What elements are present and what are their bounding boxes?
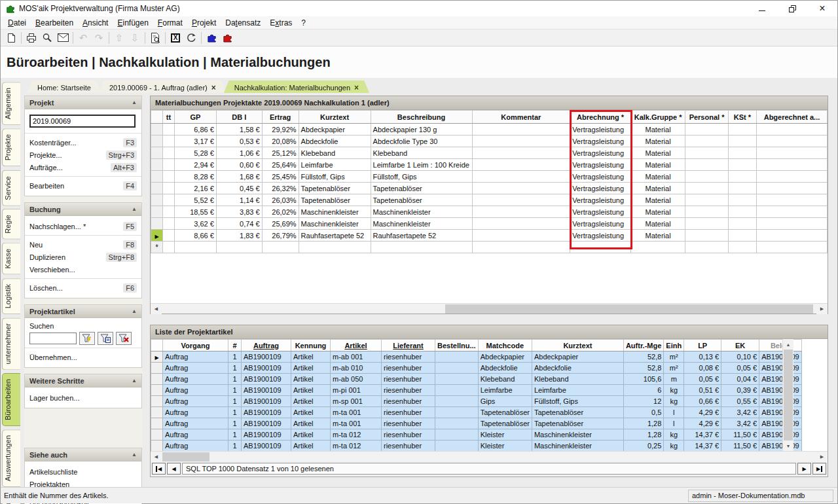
cell[interactable]: 20,08% bbox=[262, 135, 299, 147]
cell[interactable]: AB1900109 bbox=[759, 418, 802, 429]
cell[interactable]: Material bbox=[631, 171, 685, 183]
cell[interactable]: Füllstoff, Gips bbox=[532, 396, 623, 407]
row-selector[interactable] bbox=[151, 441, 163, 452]
cell[interactable]: 1 bbox=[228, 407, 242, 418]
row-selector[interactable] bbox=[151, 363, 163, 374]
cell[interactable]: Artikel bbox=[291, 363, 331, 374]
column-header[interactable]: Vorgang bbox=[163, 340, 228, 351]
cell[interactable]: Rauhfasertapete 52 bbox=[371, 230, 472, 242]
cell[interactable]: AB1900109 bbox=[759, 441, 802, 452]
menu-item[interactable]: Format bbox=[153, 17, 187, 29]
link-neu[interactable]: NeuF8 bbox=[25, 238, 141, 251]
cell[interactable] bbox=[435, 396, 479, 407]
row-selector[interactable] bbox=[151, 159, 163, 171]
menu-item[interactable]: Projekt bbox=[187, 17, 221, 29]
column-header[interactable]: LP bbox=[684, 340, 721, 351]
cell[interactable] bbox=[729, 230, 757, 242]
cell[interactable]: Vertragsleistung bbox=[570, 147, 631, 159]
sidebar-tab-büroarbeiten[interactable]: Büroarbeiten bbox=[2, 373, 20, 426]
row-selector[interactable] bbox=[151, 218, 163, 230]
column-header[interactable]: EK bbox=[721, 340, 759, 351]
cell[interactable]: riesenhuber bbox=[382, 396, 435, 407]
cell[interactable] bbox=[685, 159, 729, 171]
cell[interactable]: 1,14 € bbox=[216, 194, 262, 206]
cell[interactable]: Leimfarbe bbox=[299, 159, 371, 171]
row-selector[interactable] bbox=[151, 135, 163, 147]
cell[interactable]: Abdeckpapier bbox=[478, 351, 532, 363]
move-up-icon[interactable]: ⇧ bbox=[111, 31, 127, 45]
cell[interactable] bbox=[756, 206, 827, 218]
cell[interactable]: 26,02% bbox=[262, 206, 299, 218]
cell[interactable] bbox=[472, 135, 570, 147]
cell[interactable] bbox=[472, 242, 570, 253]
cell[interactable]: 6 bbox=[623, 385, 663, 396]
cell[interactable]: kg bbox=[664, 385, 684, 396]
link-projekte[interactable]: Projekte...Strg+F3 bbox=[25, 149, 141, 161]
bottom-grid-hscrollbar[interactable]: ◀ ▶ bbox=[151, 451, 828, 461]
cell[interactable]: AB1900109 bbox=[759, 351, 802, 363]
cell[interactable]: riesenhuber bbox=[382, 441, 435, 452]
cell[interactable]: Tapetenablöser bbox=[371, 183, 472, 194]
cell[interactable] bbox=[756, 242, 827, 253]
cell[interactable]: Vertragsleistung bbox=[570, 171, 631, 183]
projekt-number-input[interactable] bbox=[29, 115, 136, 128]
column-header[interactable]: Einh bbox=[664, 340, 684, 351]
cell[interactable] bbox=[756, 194, 827, 206]
cell[interactable]: 5,28 € bbox=[174, 147, 216, 159]
cell[interactable] bbox=[216, 242, 262, 253]
row-selector[interactable] bbox=[151, 124, 163, 135]
cell[interactable]: riesenhuber bbox=[382, 429, 435, 441]
collapse-icon[interactable]: ▲ bbox=[132, 308, 137, 314]
cell[interactable]: AB1900109 bbox=[242, 385, 291, 396]
tab-close-icon[interactable]: × bbox=[354, 84, 359, 92]
cell[interactable]: Vertragsleistung bbox=[570, 194, 631, 206]
row-selector-header[interactable] bbox=[151, 340, 163, 351]
cell[interactable]: Leimfarbe bbox=[532, 385, 623, 396]
collapse-icon[interactable]: ▲ bbox=[132, 452, 137, 458]
cell[interactable] bbox=[756, 135, 827, 147]
hscroll-thumb[interactable] bbox=[445, 304, 813, 314]
cell[interactable]: riesenhuber bbox=[382, 385, 435, 396]
cell[interactable]: 26,32% bbox=[262, 183, 299, 194]
cell[interactable]: 6,86 € bbox=[174, 124, 216, 135]
cell[interactable]: 1,06 € bbox=[216, 147, 262, 159]
cell[interactable]: Rauhfasertapete 52 bbox=[299, 230, 371, 242]
cell[interactable]: Artikel bbox=[291, 385, 331, 396]
row-selector[interactable] bbox=[151, 183, 163, 194]
cell[interactable]: Tapetenablöser bbox=[299, 194, 371, 206]
cell[interactable]: 3,83 € bbox=[216, 206, 262, 218]
cell[interactable]: Abdeckpapier bbox=[299, 124, 371, 135]
cell[interactable]: AB1900109 bbox=[242, 396, 291, 407]
sidebar-tab-unternehmer[interactable]: unternehmer bbox=[2, 317, 20, 370]
cell[interactable]: 11,50 € bbox=[721, 429, 759, 441]
row-selector[interactable] bbox=[151, 385, 163, 396]
cell[interactable]: AB1900109 bbox=[242, 374, 291, 385]
cell[interactable] bbox=[756, 124, 827, 135]
cell[interactable]: Tapetenablöser bbox=[478, 418, 532, 429]
cell[interactable]: Leimfarbe 1 Leim : 100 Kreide bbox=[371, 159, 472, 171]
cell[interactable]: riesenhuber bbox=[382, 363, 435, 374]
sidebar-tab-regie[interactable]: Regie bbox=[2, 209, 20, 240]
cell[interactable] bbox=[756, 230, 827, 242]
cell[interactable] bbox=[162, 230, 174, 242]
row-selector[interactable] bbox=[151, 407, 163, 418]
cell[interactable]: 26,03% bbox=[262, 194, 299, 206]
cell[interactable]: Vertragsleistung bbox=[570, 183, 631, 194]
cell[interactable]: AB1900109 bbox=[759, 396, 802, 407]
report-preview-icon[interactable] bbox=[147, 31, 163, 45]
minimize-button[interactable] bbox=[747, 1, 777, 16]
scroll-right-icon[interactable]: ▶ bbox=[816, 304, 828, 314]
artikel-search-input[interactable] bbox=[29, 333, 77, 344]
cell[interactable]: riesenhuber bbox=[382, 418, 435, 429]
cell[interactable]: 0,51 € bbox=[684, 385, 721, 396]
document-tab[interactable]: 2019.00069 - 1. Auftrag (adler)× bbox=[99, 81, 227, 93]
cell[interactable]: 5,52 € bbox=[174, 194, 216, 206]
sidebar-tab-logistik[interactable]: Logistik bbox=[2, 278, 20, 314]
cell[interactable]: 52,8 bbox=[623, 351, 663, 363]
cell[interactable]: m-sp 001 bbox=[331, 396, 382, 407]
cell[interactable] bbox=[472, 230, 570, 242]
column-header[interactable]: Abrechnung * bbox=[570, 111, 631, 124]
cell[interactable]: 0,60 € bbox=[216, 159, 262, 171]
cell[interactable]: AB1900109 bbox=[242, 407, 291, 418]
cell[interactable]: Auftrag bbox=[163, 429, 228, 441]
